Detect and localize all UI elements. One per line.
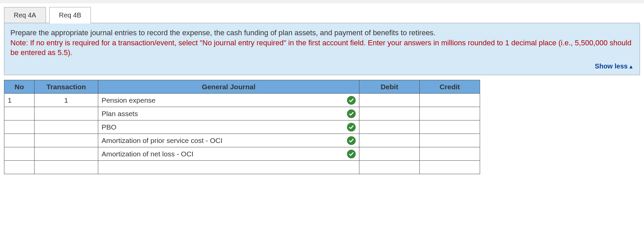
table-row: 11Pension expense: [4, 94, 480, 107]
cell-no[interactable]: [4, 134, 35, 147]
check-icon: [347, 150, 356, 158]
cell-no[interactable]: [4, 161, 35, 174]
cell-general-journal[interactable]: Pension expense: [98, 94, 359, 107]
table-row: Plan assets: [4, 107, 480, 120]
header-credit: Credit: [420, 80, 480, 94]
cell-credit[interactable]: [420, 147, 480, 161]
show-less-toggle[interactable]: Show less▲: [10, 62, 634, 70]
tab-strip: Req 4A Req 4B: [4, 7, 640, 23]
check-icon: [347, 109, 356, 118]
cell-no[interactable]: [4, 107, 35, 120]
check-icon: [347, 136, 356, 145]
cell-no[interactable]: 1: [4, 94, 35, 107]
account-text: PBO: [102, 123, 344, 131]
table-header-row: No Transaction General Journal Debit Cre…: [4, 80, 480, 94]
cell-debit[interactable]: [359, 147, 420, 161]
journal-table: No Transaction General Journal Debit Cre…: [4, 80, 480, 174]
cell-general-journal[interactable]: [98, 161, 359, 174]
instructions-main: Prepare the appropriate journal entries …: [10, 28, 634, 38]
account-text: Amortization of net loss - OCI: [102, 150, 344, 158]
cell-debit[interactable]: [359, 120, 420, 134]
table-row: Amortization of net loss - OCI: [4, 147, 480, 161]
header-no: No: [4, 80, 35, 94]
table-row: [4, 161, 480, 174]
cell-no[interactable]: [4, 120, 35, 134]
cell-no[interactable]: [4, 147, 35, 161]
tab-req-4a[interactable]: Req 4A: [4, 7, 46, 23]
cell-debit[interactable]: [359, 161, 420, 174]
caret-up-icon: ▲: [628, 64, 634, 69]
header-debit: Debit: [359, 80, 420, 94]
cell-general-journal[interactable]: Amortization of prior service cost - OCI: [98, 134, 359, 147]
cell-debit[interactable]: [359, 107, 420, 120]
page-content: Req 4A Req 4B Prepare the appropriate jo…: [0, 3, 644, 178]
instructions-note: Note: If no entry is required for a tran…: [10, 38, 634, 58]
cell-transaction[interactable]: [34, 134, 98, 147]
cell-debit[interactable]: [359, 134, 420, 147]
cell-debit[interactable]: [359, 94, 420, 107]
cell-credit[interactable]: [420, 120, 480, 134]
show-less-label: Show less: [595, 62, 628, 70]
account-text: Amortization of prior service cost - OCI: [102, 137, 344, 145]
cell-transaction[interactable]: [34, 107, 98, 120]
header-general-journal: General Journal: [98, 80, 359, 94]
header-transaction: Transaction: [34, 80, 98, 94]
table-row: PBO: [4, 120, 480, 134]
cell-general-journal[interactable]: Plan assets: [98, 107, 359, 120]
instructions-panel: Prepare the appropriate journal entries …: [4, 23, 640, 75]
tab-req-4b[interactable]: Req 4B: [49, 7, 91, 23]
cell-transaction[interactable]: 1: [34, 94, 98, 107]
cell-general-journal[interactable]: Amortization of net loss - OCI: [98, 147, 359, 161]
cell-transaction[interactable]: [34, 161, 98, 174]
cell-credit[interactable]: [420, 161, 480, 174]
cell-credit[interactable]: [420, 107, 480, 120]
cell-general-journal[interactable]: PBO: [98, 120, 359, 134]
table-row: Amortization of prior service cost - OCI: [4, 134, 480, 147]
account-text: Pension expense: [102, 96, 344, 104]
check-icon: [347, 96, 356, 105]
cell-credit[interactable]: [420, 94, 480, 107]
cell-transaction[interactable]: [34, 147, 98, 161]
cell-credit[interactable]: [420, 134, 480, 147]
cell-transaction[interactable]: [34, 120, 98, 134]
top-gray-bar: [0, 0, 644, 3]
account-text: Plan assets: [102, 110, 344, 118]
check-icon: [347, 123, 356, 132]
